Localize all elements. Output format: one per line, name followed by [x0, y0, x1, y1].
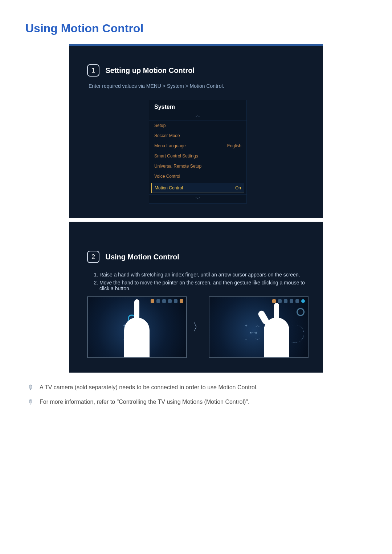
- note-row: ✎ For more information, refer to "Contro…: [28, 398, 367, 406]
- note-row: ✎ A TV camera (sold separately) needs to…: [28, 383, 367, 391]
- topbar-icon: [162, 299, 166, 303]
- system-menu: System ︿ Setup Soccer Mode Menu Language…: [149, 100, 247, 204]
- panel-using: 2 Using Motion Control Raise a hand with…: [69, 222, 323, 373]
- tv-topbar-icons: [272, 299, 305, 303]
- menu-item-value: On: [235, 185, 241, 190]
- topbar-icon: [272, 299, 276, 303]
- topbar-icon: [278, 299, 282, 303]
- instruction-text: Enter required values via MENU > System …: [89, 83, 309, 89]
- arrow-right-icon: 〉: [193, 320, 203, 334]
- topbar-icon: [290, 299, 293, 303]
- topbar-icon: [284, 299, 287, 303]
- menu-item-label: Soccer Mode: [154, 133, 180, 138]
- chevron-down-icon[interactable]: ﹀: [149, 194, 246, 203]
- note-text: A TV camera (sold separately) needs to b…: [40, 383, 258, 391]
- topbar-icon: [174, 299, 177, 303]
- cursor-pointer-icon: [297, 308, 305, 316]
- menu-header: System: [149, 100, 246, 112]
- section-title-2: Using Motion Control: [105, 253, 179, 261]
- menu-item-smart-control[interactable]: Smart Control Settings: [149, 151, 246, 161]
- menu-item-voice-control[interactable]: Voice Control: [149, 171, 246, 181]
- illustration-right: ＋︿ ⇤⇥ －﹀: [209, 296, 309, 358]
- menu-item-label: Motion Control: [155, 185, 183, 190]
- menu-item-soccer[interactable]: Soccer Mode: [149, 131, 246, 141]
- menu-item-label: Menu Language: [154, 143, 186, 148]
- pencil-icon: ✎: [25, 383, 35, 392]
- menu-item-motion-control[interactable]: Motion Control On: [151, 183, 244, 193]
- page-title: Using Motion Control: [25, 22, 367, 35]
- topbar-icon: [151, 299, 154, 303]
- menu-item-value: English: [227, 143, 241, 148]
- step-1: Raise a hand with stretching an index fi…: [99, 272, 309, 278]
- notes-section: ✎ A TV camera (sold separately) needs to…: [25, 383, 367, 406]
- steps-list: Raise a hand with stretching an index fi…: [93, 272, 309, 291]
- menu-item-label: Voice Control: [154, 174, 180, 179]
- menu-item-language[interactable]: Menu Language English: [149, 141, 246, 151]
- tv-topbar-icons: [151, 299, 183, 303]
- hand-pointing-icon: [124, 317, 150, 358]
- note-text: For more information, refer to "Controll…: [40, 398, 249, 406]
- step-2: Move the hand to move the pointer on the…: [99, 280, 309, 291]
- step-number-2: 2: [87, 251, 99, 263]
- menu-item-label: Smart Control Settings: [154, 153, 198, 159]
- illustration-left: ＋︿ ⇤⇥ －﹀: [87, 296, 187, 358]
- menu-item-setup[interactable]: Setup: [149, 120, 246, 131]
- menu-item-universal-remote[interactable]: Universal Remote Setup: [149, 161, 246, 171]
- panel-setting-up: 1 Setting up Motion Control Enter requir…: [69, 44, 323, 218]
- topbar-icon: [168, 299, 172, 303]
- topbar-icon: [295, 299, 299, 303]
- menu-item-label: Setup: [154, 123, 166, 128]
- topbar-icon: [156, 299, 160, 303]
- topbar-icon: [301, 299, 305, 303]
- dpad-icon: ＋︿ ⇤⇥ －﹀: [244, 323, 260, 343]
- chevron-up-icon[interactable]: ︿: [149, 112, 246, 120]
- step-number-1: 1: [87, 64, 99, 77]
- topbar-icon: [180, 299, 183, 303]
- hand-open-icon: [264, 317, 289, 358]
- illustration-row: ＋︿ ⇤⇥ －﹀ 〉 ＋︿ ⇤⇥ －﹀: [87, 296, 309, 358]
- section-title-1: Setting up Motion Control: [105, 66, 195, 75]
- pencil-icon: ✎: [25, 397, 35, 407]
- menu-item-label: Universal Remote Setup: [154, 164, 201, 169]
